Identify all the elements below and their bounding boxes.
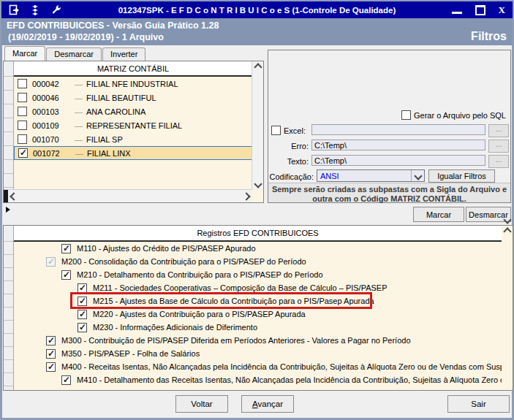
branch-name: FILIAL LINX — [87, 149, 131, 158]
texto-browse-button[interactable]: ... — [488, 155, 509, 168]
row-checkbox[interactable]: ✓ — [18, 79, 27, 88]
sql-option: ✓ Gerar o Arquivo pelo SQL — [401, 109, 506, 121]
matrix-row[interactable]: ✓ 000046 — FILIAL BEAUTIFUL — [14, 91, 252, 104]
record-row-m400[interactable]: ✓ M400 - Receitas Isentas, Não Alcançada… — [14, 360, 502, 373]
matrix-row-selected[interactable]: ✓ 001072 — FILIAL LINX — [14, 146, 252, 160]
branch-name: FILIAL BEAUTIFUL — [86, 93, 156, 102]
row-checkbox[interactable]: ✓ — [18, 121, 27, 130]
record-label: M220 - Ajustes da Contribuição para o PI… — [93, 310, 306, 318]
minimize-icon[interactable] — [452, 12, 462, 14]
dash-separator: — — [75, 80, 83, 88]
branch-code: 000042 — [32, 80, 65, 88]
subfolder-note: Sempre serão criadas as subpastas com a … — [268, 183, 510, 202]
branch-name: REPRESENTANTE FILIAL — [86, 121, 182, 130]
matrix-row[interactable]: ✓ 000103 — ANA CAROLINA — [14, 104, 252, 118]
codificacao-select[interactable]: ANSI — [317, 169, 425, 182]
excel-label: Excel: — [284, 126, 306, 135]
record-label: M350 - PIS/PASEP - Folha de Salários — [61, 349, 200, 358]
record-row-m215[interactable]: ✓ M215 - Ajustes da Base de Cálculo da C… — [14, 294, 502, 308]
scroll-up-icon[interactable] — [503, 227, 511, 235]
excel-checkbox[interactable]: ✓ — [271, 126, 281, 135]
record-row-m110[interactable]: ✓ M110 - Ajustes do Crédito de PIS/PASEP… — [14, 242, 502, 255]
record-checkbox[interactable]: ✓ — [61, 270, 71, 280]
record-label: M410 - Detalhamento das Receitas Isentas… — [77, 375, 502, 384]
record-checkbox[interactable]: ✓ — [46, 362, 56, 372]
scroll-left-icon[interactable] — [10, 192, 18, 200]
header-title-line1: EFD CONTRIBUICOES - Versão Guia Prático … — [7, 20, 219, 31]
filters-panel: ✓ Gerar o Arquivo pelo SQL ✓ Excel: ... … — [268, 50, 511, 203]
matrix-row[interactable]: ✓ 000042 — FILIAL NFE INDUSTRIAL — [14, 77, 252, 91]
tab-marcar[interactable]: Marcar — [4, 46, 45, 61]
record-row-m300[interactable]: ✓ M300 - Contribuição de PIS/PASEP Difer… — [14, 334, 502, 347]
texto-path-input[interactable] — [311, 155, 485, 166]
record-row-m410[interactable]: ✓ M410 - Detalhamento das Receitas Isent… — [14, 373, 502, 386]
erro-browse-button[interactable]: ... — [488, 140, 509, 153]
sql-checkbox[interactable]: ✓ — [401, 110, 411, 120]
row-checkbox[interactable]: ✓ — [18, 134, 27, 144]
record-checkbox[interactable]: ✓ — [78, 297, 87, 306]
scroll-up-icon[interactable] — [254, 63, 262, 71]
records-row-header-column — [4, 226, 14, 390]
titlebar: 012347SPK - E F D C o N T R I B U I C o … — [1, 1, 513, 18]
scrollbar-thumb[interactable] — [4, 190, 8, 202]
excel-browse-button[interactable]: ... — [488, 124, 509, 137]
record-checkbox[interactable]: ✓ — [61, 244, 71, 253]
erro-label: Erro: — [291, 142, 309, 150]
chevron-down-icon — [414, 172, 422, 180]
branch-code: 000046 — [32, 93, 65, 102]
erro-path-input[interactable] — [311, 140, 485, 150]
record-checkbox[interactable]: ✓ — [78, 323, 87, 332]
record-checkbox[interactable]: ✓ — [46, 336, 56, 345]
record-label: M400 - Receitas Isentas, Não Alcançadas … — [61, 362, 502, 371]
codificacao-value: ANSI — [317, 172, 411, 180]
dash-separator: — — [75, 107, 83, 116]
wrench-icon[interactable] — [50, 4, 62, 16]
row-checkbox[interactable]: ✓ — [18, 107, 27, 116]
selected-row-indicator-icon — [6, 207, 13, 213]
marcar-button[interactable]: Marcar — [413, 207, 464, 222]
scroll-down-icon[interactable] — [503, 215, 511, 224]
export-report-icon[interactable] — [7, 4, 20, 16]
excel-path-input[interactable] — [311, 124, 485, 135]
record-row-m350[interactable]: ✓ M350 - PIS/PASEP - Folha de Salários — [14, 347, 502, 360]
scroll-down-icon[interactable] — [254, 180, 262, 188]
close-icon[interactable]: X — [499, 4, 505, 16]
record-row-m230[interactable]: ✓ M230 - Informações Adicionais de Difer… — [14, 321, 502, 334]
scroll-right-icon[interactable] — [242, 192, 250, 200]
igualar-filtros-button[interactable]: Igualar Filtros — [428, 169, 495, 183]
application-window: 012347SPK - E F D C o N T R I B U I C o … — [0, 0, 514, 420]
record-row-m210[interactable]: ✓ M210 - Detalhamento da Contribuição pa… — [14, 268, 502, 281]
record-checkbox[interactable]: ✓ — [78, 283, 87, 293]
matrix-row-header-column — [4, 61, 14, 202]
records-grid: Registros EFD CONTRIBUICOES ✓ M110 - Aju… — [3, 225, 513, 391]
tab-inverter[interactable]: Inverter — [102, 47, 145, 61]
matrix-horizontal-scrollbar[interactable] — [4, 189, 252, 202]
branch-name: FILIAL NFE INDUSTRIAL — [86, 80, 178, 88]
avancar-accelerator: A — [252, 400, 258, 408]
record-label: M215 - Ajustes da Base de Cálculo da Con… — [93, 297, 374, 305]
voltar-button[interactable]: Voltar — [175, 395, 228, 413]
record-row-m200[interactable]: ✓ M200 - Consolidação da Contribuição pa… — [14, 255, 502, 268]
record-checkbox[interactable]: ✓ — [61, 375, 71, 385]
branch-code: 000109 — [32, 121, 65, 130]
tab-desmarcar[interactable]: Desmarcar — [46, 47, 102, 61]
record-row-m211[interactable]: ✓ M211 - Sociedades Cooperativas – Compo… — [14, 281, 502, 294]
record-checkbox[interactable]: ✓ — [46, 349, 56, 359]
row-checkbox[interactable]: ✓ — [18, 148, 28, 158]
avancar-label-rest: vançar — [258, 400, 284, 408]
codificacao-row: Codificação: — [268, 170, 314, 183]
texto-label: Texto: — [287, 157, 309, 166]
record-checkbox[interactable]: ✓ — [78, 310, 87, 319]
matrix-vertical-scrollbar[interactable] — [252, 61, 263, 190]
matrix-row[interactable]: ✓ 000109 — REPRESENTANTE FILIAL — [14, 118, 252, 132]
traffic-light-icon[interactable] — [29, 4, 41, 16]
matrix-row[interactable]: ✓ 001070 — FILIAL SP — [14, 132, 252, 146]
filters-heading: Filtros — [471, 30, 507, 43]
erro-row: Erro: — [268, 140, 309, 152]
row-checkbox[interactable]: ✓ — [18, 93, 27, 102]
records-grid-header: Registros EFD CONTRIBUICOES — [14, 226, 502, 242]
maximize-icon[interactable] — [475, 5, 485, 15]
record-row-m220[interactable]: ✓ M220 - Ajustes da Contribuição para o … — [14, 308, 502, 321]
avancar-button[interactable]: Avançar — [241, 395, 294, 413]
sair-button[interactable]: Sair — [447, 395, 510, 413]
